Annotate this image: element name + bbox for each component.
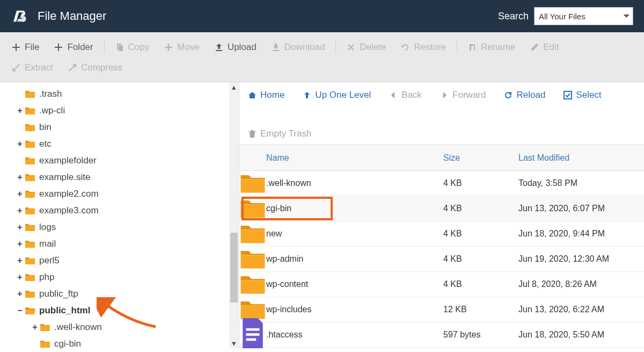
tree-item[interactable]: +bin [0,119,239,135]
table-row[interactable]: .htaccess597 bytesJun 18, 2020, 5:50 AM [239,322,644,348]
forward-button[interactable]: Forward [440,90,486,100]
file-modified: Jul 8, 2020, 8:26 AM [518,279,644,289]
extract-icon [12,63,20,72]
file-modified: Jun 13, 2020, 6:22 AM [518,305,644,314]
table-row[interactable]: cgi-bin4 KBJun 13, 2020, 6:07 PM [239,196,644,221]
file-size: 4 KB [443,254,518,264]
home-button[interactable]: Home [248,90,284,100]
rename-icon [468,43,477,52]
folder-icon [239,198,266,219]
tree-item[interactable]: +examplefolder [0,152,239,169]
upload-icon [215,43,223,52]
file-size: 4 KB [443,204,518,213]
folder-icon [40,323,50,332]
tree-toggle-icon[interactable]: + [16,189,24,199]
tree-toggle-icon[interactable]: + [31,322,39,332]
file-size: 597 bytes [443,330,518,340]
folder-icon [25,290,35,298]
tree-item-label: perl5 [39,255,60,266]
tree-toggle-icon[interactable]: + [16,173,24,182]
file-size: 4 KB [443,229,518,239]
empty-trash-button[interactable]: Empty Trash [248,128,311,139]
scroll-up-arrow-icon[interactable]: ▴ [229,82,239,92]
tree-item[interactable]: +logs [0,219,239,235]
tree-item-label: .well-known [54,322,102,333]
reload-button[interactable]: Reload [504,90,545,100]
tree-item[interactable]: +.trash [0,85,239,102]
folder-icon [25,240,35,248]
file-modified: Jun 19, 2020, 12:30 AM [518,254,644,264]
new-file-button[interactable]: File [4,39,47,56]
edit-button[interactable]: Edit [523,39,566,56]
copy-button[interactable]: Copy [108,39,157,56]
upload-button[interactable]: Upload [207,39,264,56]
column-header-modified[interactable]: Last Modified [518,153,644,163]
plus-icon [54,43,63,52]
tree-item[interactable]: +public_ftp [0,285,239,302]
app-title: File Manager [38,9,106,23]
tree-item[interactable]: +.well-known [0,319,239,335]
file-name: wp-content [266,279,443,289]
tree-toggle-icon[interactable]: + [16,256,24,265]
tree-item[interactable]: +.wp-cli [0,102,239,119]
table-header: Name Size Last Modified [239,145,644,171]
file-name: cgi-bin [266,204,443,213]
folder-icon [25,173,35,182]
delete-button[interactable]: Delete [339,39,393,56]
extract-button[interactable]: Extract [4,59,61,76]
tree-toggle-icon[interactable]: + [16,272,24,282]
tree-toggle-icon[interactable]: + [16,139,24,149]
move-button[interactable]: Move [157,39,207,56]
tree-item[interactable]: +php [0,269,239,285]
back-button[interactable]: Back [389,90,422,100]
folder-icon [25,90,35,98]
tree-toggle-icon[interactable]: + [16,106,24,116]
tree-item[interactable]: +example.site [0,169,239,185]
select-button[interactable]: Select [564,90,601,100]
scroll-down-arrow-icon[interactable]: ▾ [229,339,239,348]
left-arrow-icon [389,91,398,99]
table-row[interactable]: wp-includes12 KBJun 13, 2020, 6:22 AM [239,297,644,322]
table-row[interactable]: .well-known4 KBToday, 3:58 PM [239,171,644,196]
new-folder-button[interactable]: Folder [47,39,100,56]
svg-rect-3 [246,338,257,341]
compress-button[interactable]: Compress [61,59,130,76]
download-button[interactable]: Download [264,39,333,56]
tree-item[interactable]: +example3.com [0,202,239,219]
tree-item[interactable]: −public_html [0,302,239,319]
file-name: .well-known [266,178,443,188]
scrollbar-thumb[interactable] [230,233,238,303]
svg-rect-2 [246,333,260,336]
right-arrow-icon [440,91,449,99]
column-header-name[interactable]: Name [239,153,443,163]
restore-button[interactable]: Restore [393,39,453,56]
tree-item[interactable]: +perl5 [0,252,239,269]
tree-item[interactable]: +mail [0,235,239,252]
tree-toggle-icon[interactable]: + [16,206,24,215]
tree-toggle-icon[interactable]: + [16,222,24,232]
table-row[interactable]: .htaccess-1592430652461 bytesJun 18, 202… [239,348,644,348]
tree-item[interactable]: +example2.com [0,185,239,202]
table-row[interactable]: wp-content4 KBJul 8, 2020, 8:26 AM [239,272,644,297]
folder-icon [239,223,266,245]
folder-tree-sidebar: +.trash+.wp-cli+bin+etc+examplefolder+ex… [0,82,239,348]
tree-item-label: .trash [39,89,62,99]
folder-icon [25,190,35,198]
table-row[interactable]: wp-admin4 KBJun 19, 2020, 12:30 AM [239,247,644,272]
sidebar-scrollbar[interactable]: ▴ ▾ [229,82,239,348]
tree-toggle-icon[interactable]: + [16,239,24,249]
tree-item[interactable]: +etc [0,135,239,152]
folder-icon [25,206,35,215]
rename-button[interactable]: Rename [460,39,523,56]
column-header-size[interactable]: Size [443,153,518,163]
tree-toggle-icon[interactable]: − [16,306,24,315]
tree-item-label: example2.com [39,189,99,199]
search-scope-select[interactable]: All Your Files [534,7,633,25]
up-one-level-button[interactable]: Up One Level [303,90,371,100]
folder-icon [25,140,35,148]
content-toolbar: Home Up One Level Back Forward Reload Se… [239,82,644,145]
tree-toggle-icon[interactable]: + [16,289,24,299]
folder-icon [25,223,35,232]
table-row[interactable]: new4 KBJun 18, 2020, 9:44 PM [239,221,644,247]
tree-item[interactable]: +cgi-bin [0,335,239,348]
